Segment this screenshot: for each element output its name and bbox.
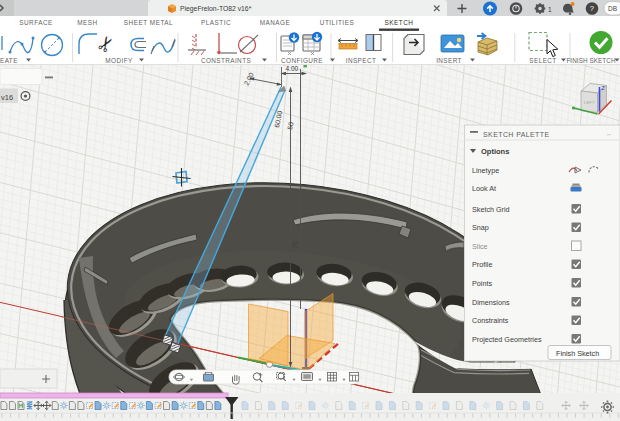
svg-text:Snap: Snap bbox=[472, 223, 489, 232]
svg-text:Finish Sketch: Finish Sketch bbox=[556, 349, 599, 358]
svg-text:MESH: MESH bbox=[77, 19, 97, 26]
svg-text:Projected Geometries: Projected Geometries bbox=[472, 335, 542, 344]
svg-text:Slice: Slice bbox=[472, 242, 488, 251]
svg-text:DB: DB bbox=[608, 5, 617, 12]
svg-text:INSERT: INSERT bbox=[436, 57, 462, 64]
svg-text:PiegeFrelon-TO82 v16*: PiegeFrelon-TO82 v16* bbox=[180, 5, 252, 13]
svg-text:Look At: Look At bbox=[472, 184, 496, 193]
svg-text:FINISH SKETCH: FINISH SKETCH bbox=[566, 57, 616, 64]
svg-text:75: 75 bbox=[291, 240, 299, 249]
svg-text:Points: Points bbox=[472, 279, 492, 288]
svg-text:LEFT: LEFT bbox=[584, 100, 595, 105]
svg-text:Linetype: Linetype bbox=[472, 166, 499, 175]
svg-text:UTILITIES: UTILITIES bbox=[320, 19, 354, 26]
svg-text:PLASTIC: PLASTIC bbox=[201, 19, 231, 26]
svg-text:50: 50 bbox=[286, 121, 294, 130]
svg-text:SHEET METAL: SHEET METAL bbox=[124, 19, 173, 26]
svg-text:INSPECT: INSPECT bbox=[346, 57, 377, 64]
svg-text:4.00: 4.00 bbox=[286, 65, 299, 72]
svg-text:EATE: EATE bbox=[0, 57, 18, 64]
svg-text:MODIFY: MODIFY bbox=[105, 57, 133, 64]
svg-text:SURFACE: SURFACE bbox=[19, 19, 53, 26]
svg-text:SKETCH PALETTE: SKETCH PALETTE bbox=[483, 131, 550, 138]
svg-text:MANAGE: MANAGE bbox=[260, 19, 291, 26]
svg-text:v16: v16 bbox=[1, 93, 13, 102]
svg-text:Z: Z bbox=[601, 85, 605, 91]
svg-text:1: 1 bbox=[548, 6, 552, 13]
svg-text:Constraints: Constraints bbox=[472, 316, 509, 325]
svg-text:Sketch Grid: Sketch Grid bbox=[472, 205, 510, 214]
svg-text:SELECT: SELECT bbox=[529, 57, 556, 64]
svg-text:Options: Options bbox=[481, 147, 509, 156]
svg-text:CONFIGURE: CONFIGURE bbox=[281, 57, 323, 64]
svg-text:?: ? bbox=[590, 4, 594, 13]
svg-text:Dimensions: Dimensions bbox=[472, 298, 510, 307]
svg-text:SKETCH: SKETCH bbox=[385, 19, 414, 26]
svg-text:↔: ↔ bbox=[606, 131, 612, 137]
svg-text:Profile: Profile bbox=[472, 260, 492, 269]
svg-text:CONSTRAINTS: CONSTRAINTS bbox=[201, 57, 251, 64]
